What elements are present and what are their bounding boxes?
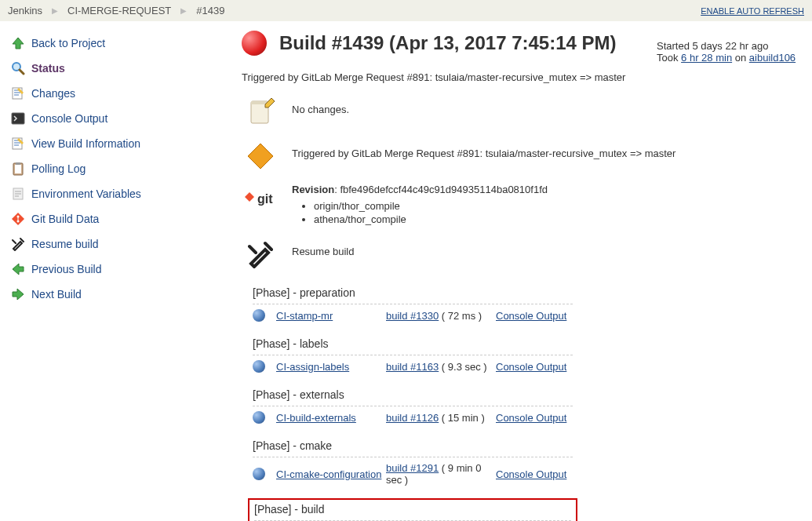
sidebar: Back to ProjectStatusChangesConsole Outp… bbox=[0, 31, 228, 521]
sidebar-item-next-build[interactable]: Next Build bbox=[9, 282, 220, 307]
status-ball-blue-icon bbox=[253, 360, 265, 373]
revision-hash: : fbfe496defccf44c49c91d94935114ba0810f1… bbox=[334, 184, 548, 195]
breadcrumb-build[interactable]: #1439 bbox=[196, 5, 224, 16]
branch-item: athena/thor_compile bbox=[314, 213, 798, 225]
phase-title: [Phase] - cmake bbox=[253, 439, 573, 452]
phase-duration: ( 15 min ) bbox=[439, 412, 485, 424]
phase-duration: ( 72 ms ) bbox=[439, 310, 482, 322]
status-ball-blue-icon bbox=[253, 468, 265, 480]
separator bbox=[253, 355, 573, 355]
resume-build-text: Resume build bbox=[292, 238, 798, 257]
tools-icon bbox=[9, 235, 27, 253]
phase-title: [Phase] - preparation bbox=[253, 286, 573, 299]
phase-block: [Phase] - buildCI-gcc-buildbuild #1227 (… bbox=[248, 498, 577, 521]
sidebar-item-environment-variables[interactable]: Environment Variables bbox=[9, 181, 220, 206]
up-green-icon bbox=[9, 35, 27, 52]
started-text: Started 5 days 22 hr ago bbox=[657, 40, 798, 52]
sidebar-item-label[interactable]: View Build Information bbox=[31, 137, 140, 150]
phase-build-link[interactable]: build #1330 bbox=[386, 310, 439, 322]
build-meta: Started 5 days 22 hr ago Took 6 hr 28 mi… bbox=[657, 31, 798, 64]
status-ball-blue-icon bbox=[253, 411, 265, 424]
sidebar-item-label[interactable]: Previous Build bbox=[31, 263, 102, 275]
phase-duration: ( 9.3 sec ) bbox=[439, 361, 486, 373]
svg-marker-14 bbox=[245, 192, 254, 202]
phase-row: CI-stamp-mrbuild #1330 ( 72 ms )Console … bbox=[253, 309, 573, 322]
doc-icon bbox=[9, 185, 27, 202]
sidebar-item-label[interactable]: Git Build Data bbox=[31, 213, 99, 225]
notepad-icon bbox=[242, 96, 279, 129]
phase-job-link[interactable]: CI-assign-labels bbox=[276, 361, 349, 373]
sidebar-item-label[interactable]: Resume build bbox=[31, 238, 99, 250]
svg-rect-3 bbox=[13, 138, 22, 149]
triggered-row: Triggered by GitLab Merge Request #891: … bbox=[242, 137, 798, 176]
phase-job-link[interactable]: CI-stamp-mr bbox=[276, 310, 333, 322]
phase-row: CI-assign-labelsbuild #1163 ( 9.3 sec )C… bbox=[253, 360, 573, 373]
status-ball-blue-icon bbox=[253, 309, 265, 322]
sidebar-item-polling-log[interactable]: Polling Log bbox=[9, 156, 220, 181]
enable-auto-refresh-link[interactable]: ENABLE AUTO REFRESH bbox=[701, 6, 804, 16]
took-prefix: Took bbox=[657, 52, 681, 64]
svg-rect-5 bbox=[15, 165, 21, 173]
resume-row: Resume build bbox=[242, 235, 798, 274]
no-changes-text: No changes. bbox=[292, 96, 798, 115]
sidebar-item-console-output[interactable]: Console Output bbox=[9, 106, 220, 131]
sidebar-item-status[interactable]: Status bbox=[9, 56, 220, 81]
phase-title: [Phase] - externals bbox=[253, 388, 573, 401]
sidebar-item-view-build-information[interactable]: View Build Information bbox=[9, 131, 220, 156]
breadcrumb-project[interactable]: CI-MERGE-REQUEST bbox=[67, 5, 171, 16]
phase-console-output-link[interactable]: Console Output bbox=[496, 468, 566, 480]
sidebar-item-label[interactable]: Back to Project bbox=[31, 37, 105, 49]
sidebar-item-label[interactable]: Status bbox=[31, 62, 65, 75]
main-content: Build #1439 (Apr 13, 2017 7:45:14 PM) St… bbox=[228, 31, 812, 521]
git-icon: git bbox=[242, 184, 279, 217]
build-title: Build #1439 (Apr 13, 2017 7:45:14 PM) bbox=[279, 32, 617, 54]
sidebar-item-back-to-project[interactable]: Back to Project bbox=[9, 31, 220, 56]
revision-label: Revision bbox=[292, 184, 334, 195]
phase-console-output-link[interactable]: Console Output bbox=[496, 412, 566, 424]
build-node-link[interactable]: aibuild106 bbox=[749, 52, 796, 64]
phase-block: [Phase] - externalsCI-build-externalsbui… bbox=[248, 385, 577, 427]
svg-rect-1 bbox=[13, 88, 22, 99]
build-header: Build #1439 (Apr 13, 2017 7:45:14 PM) bbox=[242, 31, 617, 56]
phase-console-output-link[interactable]: Console Output bbox=[496, 361, 566, 373]
sidebar-item-label[interactable]: Polling Log bbox=[31, 162, 86, 175]
phase-job-link[interactable]: CI-build-externals bbox=[276, 412, 356, 424]
svg-rect-6 bbox=[16, 162, 20, 165]
breadcrumb-bar: Jenkins ▶ CI-MERGE-REQUEST ▶ #1439 ENABL… bbox=[0, 0, 812, 21]
phase-build-link[interactable]: build #1291 bbox=[386, 462, 439, 474]
changes-row: No changes. bbox=[242, 93, 798, 132]
phase-block: [Phase] - preparationCI-stamp-mrbuild #1… bbox=[248, 283, 577, 325]
git-row: git Revision: fbfe496defccf44c49c91d9493… bbox=[242, 180, 798, 230]
svg-text:git: git bbox=[257, 192, 273, 206]
sidebar-item-label[interactable]: Console Output bbox=[31, 112, 107, 125]
breadcrumb-jenkins[interactable]: Jenkins bbox=[8, 5, 42, 16]
phase-row: CI-cmake-configurationbuild #1291 ( 9 mi… bbox=[253, 462, 573, 486]
phase-title: [Phase] - build bbox=[254, 503, 571, 516]
notes-icon bbox=[9, 135, 27, 152]
triggered-by-text-2: Triggered by GitLab Merge Request #891: … bbox=[292, 140, 798, 159]
sidebar-item-changes[interactable]: Changes bbox=[9, 81, 220, 106]
took-duration-link[interactable]: 6 hr 28 min bbox=[681, 52, 732, 64]
tools-icon bbox=[242, 238, 279, 271]
sidebar-item-label[interactable]: Environment Variables bbox=[31, 188, 141, 200]
diamond-icon bbox=[242, 140, 279, 173]
chevron-right-icon: ▶ bbox=[180, 6, 187, 15]
sidebar-item-label[interactable]: Changes bbox=[31, 87, 75, 100]
sidebar-item-resume-build[interactable]: Resume build bbox=[9, 231, 220, 257]
git-icon bbox=[9, 210, 27, 228]
phase-build-link[interactable]: build #1126 bbox=[386, 412, 439, 424]
phase-build-link[interactable]: build #1163 bbox=[386, 361, 439, 373]
phase-title: [Phase] - labels bbox=[253, 337, 573, 350]
phase-job-link[interactable]: CI-cmake-configuration bbox=[276, 468, 381, 480]
phase-console-output-link[interactable]: Console Output bbox=[496, 310, 566, 322]
console-icon bbox=[9, 110, 27, 127]
separator bbox=[253, 457, 573, 457]
sidebar-item-git-build-data[interactable]: Git Build Data bbox=[9, 206, 220, 231]
right-green-icon bbox=[9, 286, 27, 303]
chevron-right-icon: ▶ bbox=[52, 6, 58, 15]
svg-rect-2 bbox=[12, 113, 24, 124]
sidebar-item-previous-build[interactable]: Previous Build bbox=[9, 257, 220, 282]
magnifier-icon bbox=[9, 60, 27, 77]
sidebar-item-label[interactable]: Next Build bbox=[31, 288, 82, 301]
status-ball-red-icon bbox=[242, 31, 267, 56]
